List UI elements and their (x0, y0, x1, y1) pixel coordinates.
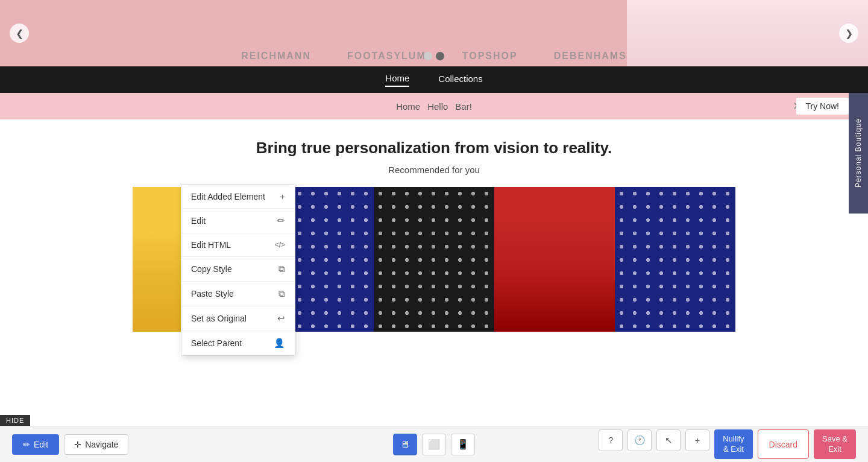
brand-footasylum: FOOTASYLUM (347, 51, 426, 62)
help-icon: ? (608, 435, 613, 445)
dot-1[interactable] (424, 52, 432, 60)
nav-collections[interactable]: Collections (438, 74, 482, 86)
dots-overlay-2 (374, 187, 494, 332)
mobile-icon: 📱 (457, 438, 469, 450)
add-icon: + (695, 435, 700, 445)
history-button[interactable]: 🕐 (627, 429, 652, 451)
banner-dots (424, 52, 444, 60)
toolbar-right: ? 🕐 ↖ + Nullify& Exit Discard Save &Exit (599, 429, 856, 460)
main-nav: Home Collections (0, 66, 868, 93)
hello-bar-link-bar[interactable]: Bar! (455, 101, 472, 112)
hello-bar-links: Home Hello Bar! (396, 101, 472, 112)
context-menu: Edit Added Element + Edit ✏ Edit HTML </… (181, 184, 295, 356)
menu-label-paste-style: Paste Style (191, 289, 234, 299)
hello-bar: Home Hello Bar! ✕ Try Now! (0, 93, 868, 119)
top-banner: ❮ REICHMANN FOOTASYLUM TOPSHOP DEBENHAMS… (0, 0, 868, 66)
banner-prev-arrow[interactable]: ❮ (10, 24, 29, 43)
edit-label: Edit (34, 440, 48, 449)
dot-2[interactable] (436, 52, 444, 60)
menu-label-edit-added: Edit Added Element (191, 192, 265, 201)
menu-label-set-original: Set as Original (191, 314, 247, 323)
navigate-button[interactable]: ✛ Navigate (64, 434, 128, 455)
nullify-exit-button[interactable]: Nullify& Exit (714, 429, 752, 460)
banner-next-arrow[interactable]: ❯ (839, 24, 858, 43)
device-tablet-button[interactable]: ⬜ (422, 434, 446, 455)
main-content: Bring true personalization from vision t… (0, 119, 868, 332)
product-black-dots-skirt[interactable] (374, 187, 494, 332)
hide-label[interactable]: HIDE (0, 415, 30, 426)
right-sidebar[interactable]: Personal Boutique (849, 93, 868, 214)
device-mobile-button[interactable]: 📱 (451, 434, 475, 455)
menu-item-copy-style[interactable]: Copy Style ⧉ (181, 257, 295, 282)
menu-icon-copy: ⧉ (278, 264, 285, 274)
floral-background (627, 0, 868, 66)
desktop-icon: 🖥 (400, 439, 410, 450)
menu-item-edit-html[interactable]: Edit HTML </> (181, 233, 295, 257)
menu-icon-plus: + (280, 191, 285, 201)
bottom-toolbar: ✏ Edit ✛ Navigate 🖥 ⬜ 📱 ? 🕐 ↖ + (0, 426, 868, 462)
menu-item-set-original[interactable]: Set as Original ↩ (181, 306, 295, 331)
menu-icon-parent: 👤 (274, 338, 285, 349)
add-button[interactable]: + (685, 429, 709, 451)
pointer-button[interactable]: ↖ (656, 429, 681, 451)
save-label: Save &Exit (822, 434, 848, 454)
discard-button[interactable]: Discard (758, 429, 809, 460)
menu-icon-paste: ⧉ (278, 288, 285, 299)
menu-item-paste-style[interactable]: Paste Style ⧉ (181, 282, 295, 306)
menu-label-edit: Edit (191, 216, 206, 226)
product-red-skirt[interactable] (494, 187, 615, 332)
menu-label-edit-html: Edit HTML (191, 240, 231, 250)
help-button[interactable]: ? (599, 429, 623, 451)
device-desktop-button[interactable]: 🖥 (393, 434, 417, 455)
try-now-button[interactable]: Try Now! (796, 98, 849, 115)
nullify-label: Nullify& Exit (723, 434, 744, 454)
toolbar-left: ✏ Edit ✛ Navigate (12, 434, 128, 455)
products-row (0, 187, 868, 332)
product-navy-polka-skirt[interactable] (615, 187, 735, 332)
tablet-icon: ⬜ (428, 438, 440, 450)
hello-bar-link-hello[interactable]: Hello (427, 101, 448, 112)
edit-button[interactable]: ✏ Edit (12, 434, 59, 455)
brand-debenhams: DEBENHAMS (554, 51, 627, 62)
menu-item-edit[interactable]: Edit ✏ (181, 209, 295, 233)
navigate-icon: ✛ (74, 440, 81, 449)
menu-label-select-parent: Select Parent (191, 338, 242, 348)
edit-icon: ✏ (23, 440, 30, 449)
menu-icon-edit: ✏ (277, 215, 285, 226)
pointer-icon: ↖ (665, 435, 673, 446)
menu-icon-html: </> (275, 241, 285, 249)
main-heading: Bring true personalization from vision t… (0, 139, 868, 157)
dots-overlay-3 (615, 187, 735, 332)
discard-label: Discard (769, 440, 797, 449)
hello-bar-link-home[interactable]: Home (396, 101, 420, 112)
save-exit-button[interactable]: Save &Exit (814, 429, 856, 460)
sidebar-label: Personal Boutique (854, 118, 863, 188)
menu-icon-original: ↩ (277, 313, 285, 324)
menu-item-edit-added[interactable]: Edit Added Element + (181, 185, 295, 209)
history-icon: 🕐 (634, 435, 646, 446)
recommended-label: Recommended for you (0, 165, 868, 175)
menu-item-select-parent[interactable]: Select Parent 👤 (181, 331, 295, 355)
navigate-label: Navigate (85, 440, 118, 449)
brand-reichmann: REICHMANN (241, 51, 311, 62)
brand-topshop: TOPSHOP (462, 51, 518, 62)
menu-label-copy-style: Copy Style (191, 264, 232, 274)
toolbar-center: 🖥 ⬜ 📱 (393, 434, 475, 455)
nav-home[interactable]: Home (385, 73, 409, 87)
